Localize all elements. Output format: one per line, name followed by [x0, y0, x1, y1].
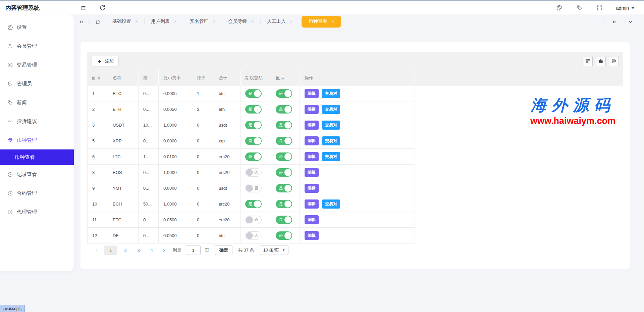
pairs-button[interactable]: 交易对 — [322, 89, 340, 98]
tab-close-icon[interactable]: × — [174, 19, 176, 24]
tab-item[interactable]: 人工出入× — [261, 14, 299, 29]
tab-item[interactable]: 实名管理× — [183, 14, 221, 29]
sidebar-item-合约管理[interactable]: 合约管理 — [0, 184, 74, 203]
option-trade-toggle[interactable]: 是 — [245, 89, 262, 98]
show-toggle[interactable]: 是 — [276, 89, 292, 98]
show-toggle[interactable]: 是 — [276, 152, 292, 161]
columns-icon[interactable] — [583, 56, 593, 66]
page-size-select[interactable]: 10 条/页 ▼ — [260, 246, 289, 255]
toggle-label: 是 — [248, 122, 252, 128]
cell-show: 是 — [271, 133, 300, 149]
goto-page-input[interactable] — [186, 246, 201, 255]
edit-button[interactable]: 编辑 — [305, 199, 319, 209]
sidebar-item-记录查看[interactable]: 记录查看 — [0, 165, 74, 184]
sidebar-item-币种管理[interactable]: 币种管理 — [0, 131, 74, 149]
user-menu[interactable]: admin — [616, 5, 635, 11]
edit-button[interactable]: 编辑 — [305, 121, 319, 130]
tab-active[interactable]: 币种查看× — [302, 16, 341, 28]
show-toggle[interactable]: 是 — [276, 105, 292, 114]
tabs-menu-chevron-icon[interactable] — [624, 17, 637, 26]
edit-button[interactable]: 编辑 — [305, 152, 319, 161]
option-trade-toggle[interactable]: 否 — [245, 216, 262, 224]
fullscreen-icon[interactable] — [596, 4, 603, 12]
column-header-fee: 提币费率 — [159, 70, 192, 86]
home-tab-icon[interactable] — [90, 19, 106, 25]
tab-item[interactable]: 用户列表× — [145, 14, 183, 29]
page-next-icon[interactable]: › — [160, 246, 168, 255]
option-trade-toggle[interactable]: 是 — [245, 200, 262, 208]
show-toggle[interactable]: 是 — [276, 137, 292, 145]
diamond-icon — [7, 137, 13, 143]
theme-palette-icon[interactable] — [556, 4, 563, 12]
edit-button[interactable]: 编辑 — [305, 168, 319, 177]
show-toggle[interactable]: 是 — [276, 168, 292, 177]
tab-item[interactable]: 基础设置× — [106, 14, 144, 29]
column-header-show: 显示 — [271, 70, 300, 86]
tabs-scroll-left-icon[interactable]: « — [74, 17, 89, 26]
page-number-4[interactable]: 4 — [147, 246, 157, 255]
tab-close-icon[interactable]: × — [251, 19, 254, 24]
sidebar-item-投拆建议[interactable]: 投拆建议 — [0, 112, 74, 131]
option-trade-toggle[interactable]: 是 — [245, 105, 262, 114]
option-trade-toggle[interactable]: 否 — [245, 168, 262, 177]
option-trade-toggle[interactable]: 是 — [245, 121, 262, 129]
sort-icon[interactable] — [98, 76, 100, 80]
tab-item[interactable]: 会员等级× — [222, 14, 260, 29]
cell-option-trade: 否 — [240, 212, 271, 228]
pairs-button[interactable]: 交易对 — [322, 152, 340, 161]
pagination: ‹ 1234 › 到第 页 确定 共 37 条 10 条/页 ▼ — [92, 245, 288, 255]
option-trade-toggle[interactable]: 是 — [245, 137, 262, 145]
page-number-2[interactable]: 2 — [120, 246, 130, 255]
add-button[interactable]: ＋ 添加 — [92, 56, 119, 67]
toggle-knob — [246, 185, 253, 192]
sidebar-collapse-icon[interactable] — [79, 4, 87, 12]
option-trade-toggle[interactable]: 否 — [245, 231, 262, 240]
pairs-button[interactable]: 交易对 — [322, 199, 340, 209]
show-toggle[interactable]: 是 — [276, 231, 292, 240]
refresh-icon[interactable] — [99, 4, 106, 12]
total-count-label: 共 37 条 — [238, 247, 254, 253]
edit-button[interactable]: 编辑 — [305, 231, 319, 240]
pairs-button[interactable]: 交易对 — [322, 105, 340, 114]
tab-close-icon[interactable]: × — [331, 19, 334, 24]
edit-button[interactable]: 编辑 — [305, 136, 319, 145]
column-header-label: 最... — [143, 75, 151, 81]
sidebar-item-管理员[interactable]: 管理员 — [0, 74, 74, 93]
sidebar-item-会员管理[interactable]: 会员管理 — [0, 37, 74, 55]
option-trade-toggle[interactable]: 否 — [245, 184, 262, 192]
pairs-button[interactable]: 交易对 — [322, 121, 340, 130]
show-toggle[interactable]: 是 — [276, 184, 292, 192]
page-prev-icon[interactable]: ‹ — [92, 246, 101, 255]
tag-icon[interactable] — [576, 4, 583, 12]
tabs-scroll-right-icon[interactable]: » — [608, 17, 621, 26]
sidebar-item-设置[interactable]: 设置 — [0, 18, 74, 37]
tab-close-icon[interactable]: × — [290, 19, 292, 24]
cell-filler — [415, 228, 623, 243]
column-header-label: 显示 — [276, 75, 284, 81]
cell-name: EOS — [108, 165, 139, 180]
cell-base: usdt — [214, 117, 240, 133]
cell-id: 10 — [87, 196, 108, 212]
tab-close-icon[interactable]: × — [135, 19, 138, 24]
show-toggle[interactable]: 是 — [276, 216, 292, 224]
show-toggle[interactable]: 是 — [276, 200, 292, 208]
print-icon[interactable] — [609, 56, 619, 66]
sidebar-subitem-币种查看[interactable]: 币种查看 — [0, 149, 74, 165]
cell-name: DF — [108, 228, 139, 243]
add-button-label: 添加 — [105, 58, 114, 64]
edit-button[interactable]: 编辑 — [305, 215, 319, 224]
option-trade-toggle[interactable]: 是 — [245, 152, 262, 161]
export-icon[interactable] — [596, 56, 606, 66]
edit-button[interactable]: 编辑 — [305, 89, 319, 98]
sidebar-item-新闻[interactable]: 新闻 — [0, 93, 74, 112]
show-toggle[interactable]: 是 — [276, 121, 292, 129]
sidebar-item-交易管理[interactable]: 交易管理 — [0, 55, 74, 74]
page-number-3[interactable]: 3 — [133, 246, 144, 255]
page-number-1[interactable]: 1 — [104, 246, 117, 255]
edit-button[interactable]: 编辑 — [305, 105, 319, 114]
sidebar-item-代理管理[interactable]: 代理管理 — [0, 203, 74, 221]
tab-close-icon[interactable]: × — [212, 19, 215, 24]
pairs-button[interactable]: 交易对 — [322, 136, 340, 145]
goto-confirm-button[interactable]: 确定 — [215, 245, 232, 255]
edit-button[interactable]: 编辑 — [305, 184, 319, 193]
